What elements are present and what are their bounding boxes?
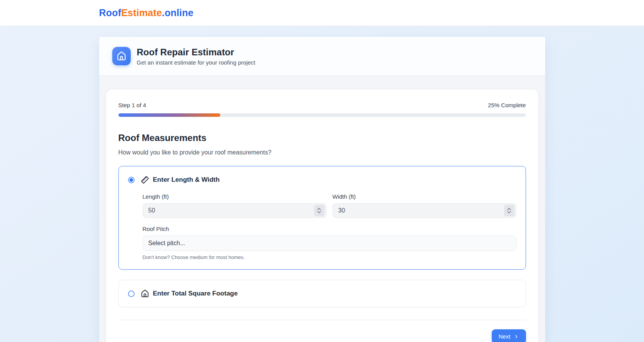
brand-logo[interactable]: RoofEstimate.online xyxy=(99,7,545,18)
percent-complete: 25% Complete xyxy=(488,102,526,108)
option-length-width[interactable]: Enter Length & Width Length (ft) xyxy=(118,166,526,270)
option-label: Enter Total Square Footage xyxy=(153,290,238,297)
pitch-select[interactable]: Select pitch... xyxy=(143,236,516,251)
top-navbar: RoofEstimate.online xyxy=(0,0,644,26)
next-button-label: Next xyxy=(499,333,511,340)
estimator-header: Roof Repair Estimator Get an instant est… xyxy=(99,37,545,76)
pitch-field-group: Roof Pitch Select pitch... Don't know? C… xyxy=(143,226,516,260)
length-field-group: Length (ft) xyxy=(143,193,326,218)
width-label: Width (ft) xyxy=(333,193,516,200)
brand-part-1: Roof xyxy=(99,7,121,18)
width-field-group: Width (ft) xyxy=(333,193,516,218)
page-title: Roof Repair Estimator xyxy=(137,47,256,58)
footer-divider xyxy=(118,320,526,320)
ruler-icon xyxy=(141,176,149,184)
width-input[interactable] xyxy=(333,203,516,218)
chevron-right-icon xyxy=(514,334,519,339)
option-square-footage[interactable]: Enter Total Square Footage xyxy=(118,280,526,307)
brand-part-3: .online xyxy=(162,7,193,18)
house-icon xyxy=(112,47,131,65)
radio-length-width[interactable] xyxy=(128,177,135,183)
wizard-card: Step 1 of 4 25% Complete Roof Measuremen… xyxy=(106,89,539,342)
pitch-hint: Don't know? Choose medium for most homes… xyxy=(143,254,516,260)
length-input[interactable] xyxy=(143,203,326,218)
pitch-select-value: Select pitch... xyxy=(148,240,185,247)
estimator-panel: Roof Repair Estimator Get an instant est… xyxy=(99,37,545,342)
radio-square-footage[interactable] xyxy=(128,291,135,297)
page-subtitle: Get an instant estimate for your roofing… xyxy=(137,59,256,66)
section-title: Roof Measurements xyxy=(118,133,526,143)
length-label: Length (ft) xyxy=(143,193,326,200)
house-icon xyxy=(141,289,149,298)
brand-part-2: Estimate xyxy=(121,7,162,18)
up-down-chevrons-icon[interactable] xyxy=(504,205,514,216)
progress-header: Step 1 of 4 25% Complete xyxy=(118,102,526,108)
step-indicator: Step 1 of 4 xyxy=(118,102,146,108)
header-text: Roof Repair Estimator Get an instant est… xyxy=(137,47,256,66)
next-button[interactable]: Next xyxy=(492,329,526,342)
up-down-chevrons-icon[interactable] xyxy=(314,205,324,216)
option-label: Enter Length & Width xyxy=(153,176,220,184)
section-question: How would you like to provide your roof … xyxy=(118,149,526,156)
progress-bar-track xyxy=(118,113,526,117)
progress-bar-fill xyxy=(118,113,220,117)
pitch-label: Roof Pitch xyxy=(143,226,516,232)
